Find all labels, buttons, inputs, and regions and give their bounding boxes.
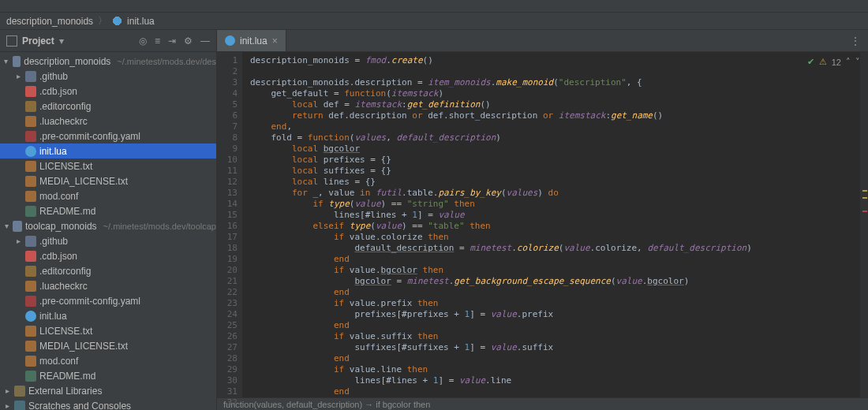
tree-file[interactable]: init.lua <box>0 144 216 158</box>
cfg-icon <box>25 101 36 112</box>
tree-label: description_monoids <box>24 56 110 67</box>
breadcrumb-root[interactable]: description_monoids <box>6 16 93 27</box>
up-icon[interactable]: ˄ <box>846 57 851 67</box>
collapse-icon[interactable]: ⇥ <box>168 35 176 47</box>
md-icon <box>25 371 36 382</box>
tree-file[interactable]: MEDIA_LICENSE.txt <box>0 173 216 188</box>
breadcrumb-file[interactable]: init.lua <box>127 16 155 27</box>
tree-folder[interactable]: ▾toolcap_monoids~/.minetest/mods.dev/too… <box>0 218 216 233</box>
tree-file[interactable]: .luacheckrc <box>0 278 216 293</box>
chevron-icon[interactable]: ▾ <box>3 57 9 65</box>
lua-icon <box>25 311 36 322</box>
target-icon[interactable]: ◎ <box>139 35 147 47</box>
tree-label: toolcap_monoids <box>25 221 97 232</box>
tab-menu-icon[interactable]: ⋮ <box>843 30 868 51</box>
tree-label: README.md <box>39 371 95 382</box>
folder-root-icon <box>13 221 22 232</box>
tree-label: MEDIA_LICENSE.txt <box>39 176 128 187</box>
tree-label: mod.conf <box>39 191 78 202</box>
txt-icon <box>25 191 36 202</box>
tree-label: .cdb.json <box>39 251 77 262</box>
tree-label: .pre-commit-config.yaml <box>39 296 140 307</box>
check-icon: ✔ <box>807 57 814 67</box>
tree-file[interactable]: .luacheckrc <box>0 114 216 129</box>
hide-icon[interactable]: — <box>200 35 210 47</box>
tree-folder[interactable]: ▸External Libraries <box>0 383 216 398</box>
txt-icon <box>25 281 36 292</box>
project-icon <box>6 35 17 47</box>
code-editor[interactable]: description_monoids = fmod.create() desc… <box>242 52 860 397</box>
txt-icon <box>25 356 36 367</box>
folder-icon <box>25 71 36 82</box>
line-gutter[interactable]: 1234567891011121314151617181920212223242… <box>217 52 242 397</box>
chevron-icon[interactable]: ▸ <box>3 401 11 410</box>
tree-file[interactable]: mod.conf <box>0 353 216 368</box>
tree-folder[interactable]: ▸.github <box>0 69 216 84</box>
project-tree[interactable]: ▾description_monoids~/.minetest/mods.dev… <box>0 52 216 410</box>
tree-folder[interactable]: ▾description_monoids~/.minetest/mods.dev… <box>0 54 216 69</box>
txt-icon <box>25 116 36 127</box>
folder-root-icon <box>13 56 21 67</box>
tree-file[interactable]: .editorconfig <box>0 99 216 114</box>
tree-file[interactable]: README.md <box>0 203 216 218</box>
yaml-icon <box>25 296 36 307</box>
tree-label: README.md <box>39 206 95 217</box>
json-icon <box>25 86 36 97</box>
down-icon[interactable]: ˅ <box>855 57 860 67</box>
tree-label: External Libraries <box>28 386 102 397</box>
tab-init-lua[interactable]: init.lua × <box>217 30 286 51</box>
chevron-icon[interactable]: ▾ <box>3 222 9 230</box>
tree-file[interactable]: MEDIA_LICENSE.txt <box>0 338 216 353</box>
tree-label: mod.conf <box>39 356 78 367</box>
tree-folder[interactable]: ▸Scratches and Consoles <box>0 398 216 410</box>
chevron-icon[interactable]: ▸ <box>3 386 11 395</box>
md-icon <box>25 206 36 217</box>
sidebar-header: Project ▾ ◎ ≡ ⇥ ⚙ — <box>0 30 216 52</box>
lib-icon <box>14 386 25 397</box>
tree-file[interactable]: mod.conf <box>0 188 216 203</box>
tree-label: .editorconfig <box>39 266 91 277</box>
chevron-icon[interactable]: ▸ <box>14 237 22 245</box>
json-icon <box>25 251 36 262</box>
lua-file-icon <box>112 16 122 26</box>
cfg-icon <box>25 266 36 277</box>
folder-icon <box>25 236 36 247</box>
inspection-status[interactable]: ✔ ⚠ 12 ˄ ˅ <box>807 57 860 67</box>
tree-path: ~/.minetest/mods.dev/des <box>117 57 216 66</box>
tree-label: init.lua <box>39 311 67 322</box>
tree-file[interactable]: LICENSE.txt <box>0 158 216 173</box>
editor-tabs: init.lua × ⋮ <box>217 30 868 52</box>
tree-file[interactable]: .pre-commit-config.yaml <box>0 129 216 144</box>
txt-icon <box>25 176 36 187</box>
tree-label: .github <box>39 236 68 247</box>
expand-icon[interactable]: ≡ <box>155 35 160 47</box>
yaml-icon <box>25 131 36 142</box>
dropdown-caret-icon[interactable]: ▾ <box>59 35 64 47</box>
tree-label: MEDIA_LICENSE.txt <box>39 341 128 352</box>
chevron-right-icon: 〉 <box>98 14 107 28</box>
breadcrumb: description_monoids 〉 init.lua <box>0 13 868 30</box>
tree-file[interactable]: .cdb.json <box>0 248 216 263</box>
tree-label: LICENSE.txt <box>39 161 92 172</box>
tree-label: LICENSE.txt <box>39 326 92 337</box>
sidebar-title[interactable]: Project <box>22 35 54 47</box>
marker-stripe[interactable] <box>860 52 868 397</box>
structure-breadcrumb[interactable]: function(values, default_description) → … <box>217 397 868 410</box>
tab-label: init.lua <box>240 35 268 47</box>
chevron-icon[interactable]: ▸ <box>14 72 22 80</box>
lua-icon <box>25 146 36 157</box>
tree-file[interactable]: .pre-commit-config.yaml <box>0 293 216 308</box>
tree-file[interactable]: init.lua <box>0 308 216 323</box>
tree-label: .github <box>39 71 68 82</box>
warning-count: 12 <box>832 58 841 67</box>
txt-icon <box>25 326 36 337</box>
tree-file[interactable]: LICENSE.txt <box>0 323 216 338</box>
settings-icon[interactable]: ⚙ <box>184 35 193 47</box>
tree-file[interactable]: README.md <box>0 368 216 383</box>
tree-file[interactable]: .cdb.json <box>0 84 216 99</box>
tree-file[interactable]: .editorconfig <box>0 263 216 278</box>
scratch-icon <box>14 401 25 411</box>
lua-file-icon <box>225 35 235 46</box>
tree-folder[interactable]: ▸.github <box>0 233 216 248</box>
close-icon[interactable]: × <box>272 35 278 47</box>
